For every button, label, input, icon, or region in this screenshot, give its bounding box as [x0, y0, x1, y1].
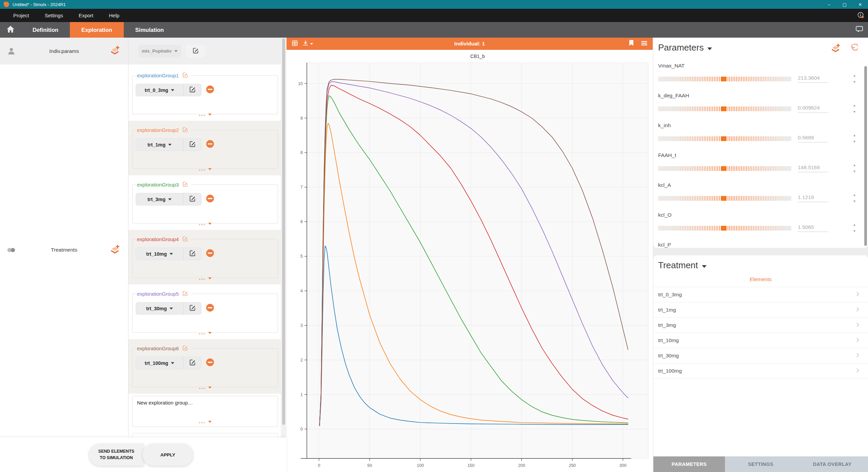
apply-button[interactable]: APPLY [142, 444, 193, 466]
treatment-element-trt_100mg[interactable]: trt_100mg [653, 363, 868, 379]
spin-down-icon[interactable]: ▼ [853, 80, 856, 84]
right-tab-data-overlay[interactable]: DATA OVERLAY [796, 456, 868, 472]
group-more-button[interactable]: ... [132, 167, 278, 171]
groups-scrollbar[interactable] [281, 38, 287, 437]
parameter-slider[interactable] [658, 106, 791, 111]
spin-up-icon[interactable]: ▲ [853, 104, 856, 107]
bookmark-icon[interactable] [629, 40, 634, 47]
menu-export[interactable]: Export [71, 13, 101, 18]
export-plot-button[interactable] [302, 40, 313, 47]
treatment-select[interactable]: trt_100mg [136, 357, 183, 369]
spin-up-icon[interactable]: ▲ [853, 223, 856, 227]
edit-treatment-button[interactable] [183, 84, 201, 96]
add-indiv-params-button[interactable] [110, 45, 120, 57]
right-tab-settings[interactable]: SETTINGS [725, 456, 796, 472]
treatment-element-trt_10mg[interactable]: trt_10mg [653, 333, 868, 348]
edit-treatment-button[interactable] [183, 248, 201, 260]
reset-parameters-button[interactable] [849, 44, 858, 54]
minimize-button[interactable]: – [821, 0, 837, 9]
remove-treatment-button[interactable] [206, 303, 214, 313]
slider-handle[interactable] [721, 196, 726, 201]
remove-treatment-button[interactable] [206, 140, 214, 150]
slider-handle[interactable] [721, 226, 726, 231]
parameter-value-input[interactable]: 1.1219 [798, 194, 828, 202]
plot-menu-icon[interactable] [641, 41, 647, 47]
new-group-box[interactable]: New exploration group…... [132, 396, 278, 427]
group-more-button[interactable]: ... [132, 386, 278, 389]
treatment-select[interactable]: trt_1mg [136, 138, 183, 151]
new-group-more-button[interactable]: ... [133, 420, 278, 423]
add-parameters-element-button[interactable] [830, 43, 841, 55]
parameter-value-input[interactable]: 148.5169 [798, 164, 828, 172]
info-icon[interactable] [857, 12, 864, 19]
slider-handle[interactable] [721, 136, 726, 141]
tab-simulation[interactable]: Simulation [124, 22, 175, 38]
spin-up-icon[interactable]: ▲ [853, 193, 856, 197]
spin-up-icon[interactable]: ▲ [853, 74, 856, 77]
slider-handle[interactable] [721, 166, 726, 171]
parameter-slider[interactable] [658, 196, 791, 201]
treatment-select[interactable]: trt_30mg [136, 302, 183, 315]
edit-group-name-icon[interactable] [182, 345, 188, 352]
feedback-chat-icon[interactable] [855, 26, 863, 34]
remove-treatment-button[interactable] [206, 194, 214, 204]
spin-down-icon[interactable]: ▼ [853, 140, 856, 143]
menu-help[interactable]: Help [101, 13, 127, 18]
remove-treatment-button[interactable] [206, 358, 214, 368]
edit-treatment-button[interactable] [183, 193, 201, 205]
edit-group-name-icon[interactable] [182, 72, 188, 79]
remove-treatment-button[interactable] [206, 85, 214, 95]
parameter-value-input[interactable]: 0.5689 [798, 135, 828, 142]
tab-definition[interactable]: Definition [21, 22, 70, 38]
parameter-slider[interactable] [658, 226, 791, 231]
close-button[interactable]: ✕ [852, 0, 868, 9]
data-grid-icon[interactable] [292, 40, 298, 47]
edit-model-button[interactable] [186, 45, 205, 58]
tab-exploration[interactable]: Exploration [70, 22, 124, 38]
treatment-select[interactable]: trt_3mg [136, 193, 183, 205]
parameter-slider[interactable] [658, 77, 791, 81]
slider-handle[interactable] [721, 77, 726, 81]
parameter-slider[interactable] [658, 166, 791, 171]
treatment-element-trt_0_3mg[interactable]: trt_0_3mg [653, 287, 868, 302]
edit-group-name-icon[interactable] [182, 236, 188, 243]
remove-treatment-button[interactable] [206, 249, 214, 259]
spin-down-icon[interactable]: ▼ [853, 110, 856, 114]
add-treatment-element-button[interactable] [110, 244, 120, 256]
spin-up-icon[interactable]: ▲ [853, 163, 856, 167]
spin-up-icon[interactable]: ▲ [853, 134, 856, 137]
edit-treatment-button[interactable] [183, 357, 201, 369]
scrollbar-thumb[interactable] [282, 38, 285, 425]
treatment-select[interactable]: trt_10mg [136, 248, 183, 260]
treatment-element-trt_1mg[interactable]: trt_1mg [653, 302, 868, 318]
treatment-element-trt_30mg[interactable]: trt_30mg [653, 348, 868, 363]
menu-settings[interactable]: Settings [37, 13, 71, 18]
home-tab[interactable] [0, 22, 21, 38]
parameter-value-input[interactable]: 0.009824 [798, 105, 828, 113]
spin-down-icon[interactable]: ▼ [853, 200, 856, 203]
edit-group-name-icon[interactable] [182, 290, 188, 297]
treatment-select[interactable]: trt_0_3mg [136, 84, 183, 96]
group-more-button[interactable]: ... [132, 113, 278, 116]
parameter-slider[interactable] [658, 136, 791, 141]
indiv-params-section[interactable]: Indiv.params [0, 38, 129, 64]
group-more-button[interactable]: ... [132, 276, 278, 280]
parameter-value-input[interactable]: 1.5065 [798, 224, 828, 232]
treatment-element-trt_3mg[interactable]: trt_3mg [653, 318, 868, 333]
group-more-button[interactable]: ... [132, 331, 278, 334]
menu-project[interactable]: Project [5, 13, 37, 18]
parameters-scrollbar[interactable] [864, 66, 867, 246]
treatment-section-title[interactable]: Treatment [653, 260, 868, 271]
edit-treatment-button[interactable] [183, 302, 201, 315]
spin-down-icon[interactable]: ▼ [853, 170, 856, 173]
send-to-simulation-button[interactable]: SEND ELEMENTS TO SIMULATION [89, 444, 144, 466]
right-tab-parameters[interactable]: PARAMETERS [653, 456, 725, 472]
slider-handle[interactable] [721, 106, 726, 111]
model-selector-dropdown[interactable]: mlx_PopIndiv [138, 45, 181, 58]
edit-group-name-icon[interactable] [182, 126, 188, 134]
parameter-value-input[interactable]: 213.3604 [798, 75, 828, 83]
edit-group-name-icon[interactable] [182, 181, 188, 188]
treatments-section[interactable]: Treatments [0, 242, 128, 257]
spin-down-icon[interactable]: ▼ [853, 230, 856, 233]
maximize-button[interactable]: ▢ [837, 0, 852, 9]
